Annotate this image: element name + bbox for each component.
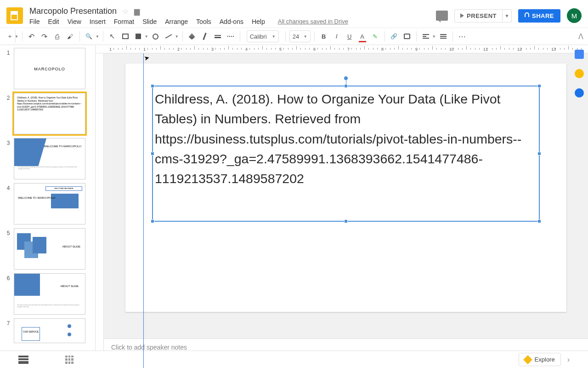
rotate-handle[interactable]: [344, 76, 348, 80]
slide-text-content[interactable]: Childress, A. (2018). How to Organize Yo…: [153, 86, 539, 192]
slide-thumbnail-2[interactable]: Childress, A. (2018). How to Organize Yo…: [14, 93, 85, 134]
save-status[interactable]: All changes saved in Drive: [278, 18, 348, 25]
line-spacing-button[interactable]: [438, 30, 449, 43]
image-tool[interactable]: [133, 30, 144, 43]
insert-link-button[interactable]: [389, 30, 400, 43]
menu-help[interactable]: Help: [252, 18, 265, 25]
slide-thumbnail-1[interactable]: MARCOPOLO: [14, 48, 85, 89]
canvas-area: 112345678910111213 0.50 ➤ Childress, A. …: [96, 45, 588, 368]
menu-addons[interactable]: Add-ons: [220, 18, 243, 25]
fill-color-button[interactable]: [187, 30, 198, 43]
filmstrip-view-icon[interactable]: [18, 356, 28, 364]
slide-thumbnail-4[interactable]: WELCOME MESSAGE WELCOME TO MARCOPOLO: [14, 183, 85, 224]
app-header: Marcopolo Presentation ☆ ▆ File Edit Vie…: [0, 0, 588, 28]
thumb-number: 7: [3, 318, 14, 343]
resize-handle-tm[interactable]: [344, 84, 348, 88]
explore-button[interactable]: Explore: [519, 353, 561, 366]
grid-view-icon[interactable]: [65, 356, 74, 364]
menu-insert[interactable]: Insert: [90, 18, 106, 25]
font-select[interactable]: Calibri▼: [247, 30, 279, 42]
underline-button[interactable]: U: [344, 30, 355, 43]
title-area: Marcopolo Presentation ☆ ▆ File Edit Vie…: [29, 6, 436, 25]
insert-comment-button[interactable]: [401, 30, 413, 43]
hide-sidepanel-icon[interactable]: ›: [567, 356, 570, 364]
lock-icon: [525, 12, 529, 17]
align-button[interactable]: [420, 30, 431, 43]
slide-filmstrip[interactable]: 1 MARCOPOLO 2 Childress, A. (2018). How …: [0, 45, 96, 368]
select-tool[interactable]: [107, 30, 118, 43]
resize-handle-br[interactable]: [537, 219, 541, 223]
slide-thumbnail-7[interactable]: OUR SERVICE: [14, 318, 85, 343]
thumb-number: 6: [3, 273, 14, 315]
star-icon[interactable]: ☆: [122, 7, 129, 16]
open-comments-icon[interactable]: [436, 11, 448, 21]
play-icon: [460, 13, 464, 18]
document-title[interactable]: Marcopolo Presentation: [29, 6, 117, 16]
tasks-icon[interactable]: [575, 88, 584, 98]
menu-view[interactable]: View: [68, 18, 81, 25]
menu-bar: File Edit View Insert Format Slide Arran…: [29, 18, 436, 25]
thumb-number: 4: [3, 183, 14, 224]
shape-tool[interactable]: [150, 30, 161, 43]
thumb-number: 5: [3, 228, 14, 270]
thumb-number: 3: [3, 138, 14, 179]
slide-canvas[interactable]: Childress, A. (2018). How to Organize Yo…: [125, 63, 566, 312]
border-weight-button[interactable]: [212, 30, 223, 43]
redo-button[interactable]: [39, 30, 50, 43]
line-tool[interactable]: [163, 30, 174, 43]
toolbar: ＋ ▼ ▼ ▼ ▼ Calibri▼ 24▼ B I U A ✎ ▼ ᐱ: [0, 28, 588, 45]
slide-thumbnail-6[interactable]: ABOUT SLIDE The about section item descr…: [14, 273, 85, 315]
vertical-ruler[interactable]: [96, 53, 104, 368]
collapse-toolbar-icon[interactable]: ᐱ: [578, 32, 583, 41]
side-panel: [571, 45, 588, 98]
text-color-button[interactable]: A: [357, 30, 368, 43]
textbox-tool[interactable]: [120, 30, 131, 43]
footer-bar: Explore ›: [0, 351, 588, 368]
explore-icon: [523, 355, 532, 364]
menu-edit[interactable]: Edit: [48, 18, 59, 25]
paint-format-button[interactable]: [65, 30, 76, 43]
border-color-button[interactable]: [199, 30, 210, 43]
horizontal-ruler[interactable]: 112345678910111213: [96, 45, 588, 53]
present-button[interactable]: PRESENT: [454, 9, 503, 23]
menu-tools[interactable]: Tools: [196, 18, 211, 25]
move-folder-icon[interactable]: ▆: [134, 7, 140, 16]
selected-textbox[interactable]: Childress, A. (2018). How to Organize Yo…: [152, 86, 540, 222]
highlight-color-button[interactable]: ✎: [370, 30, 381, 43]
border-dash-button[interactable]: [225, 30, 236, 43]
zoom-button[interactable]: [84, 30, 95, 43]
menu-file[interactable]: File: [29, 18, 40, 25]
cursor-icon: ➤: [143, 54, 151, 63]
more-toolbar-button[interactable]: [457, 30, 468, 43]
resize-handle-bm[interactable]: [344, 219, 348, 223]
present-dropdown[interactable]: ▼: [503, 9, 512, 23]
print-button[interactable]: [52, 30, 63, 43]
resize-handle-mr[interactable]: [537, 152, 541, 155]
image-dropdown[interactable]: ▼: [145, 34, 148, 39]
slide-thumbnail-3[interactable]: WELCOME TO MARCOPOLO The about section t…: [14, 138, 85, 179]
resize-handle-tr[interactable]: [537, 84, 541, 88]
align-dropdown[interactable]: ▼: [432, 34, 436, 39]
calendar-icon[interactable]: [575, 50, 584, 59]
undo-button[interactable]: [26, 30, 37, 43]
keep-icon[interactable]: [575, 69, 584, 78]
vertical-guide[interactable]: [143, 53, 144, 368]
menu-slide[interactable]: Slide: [142, 18, 157, 25]
line-dropdown[interactable]: ▼: [175, 34, 179, 39]
italic-button[interactable]: I: [331, 30, 342, 43]
resize-handle-tl[interactable]: [151, 84, 154, 88]
zoom-dropdown[interactable]: ▼: [96, 34, 99, 39]
bold-button[interactable]: B: [318, 30, 329, 43]
resize-handle-bl[interactable]: [151, 219, 154, 223]
thumb-number: 2: [3, 93, 14, 134]
resize-handle-ml[interactable]: [151, 152, 154, 155]
slide-thumbnail-5[interactable]: ABOUT SLIDE: [14, 228, 85, 270]
share-button[interactable]: SHARE: [518, 9, 560, 23]
font-size-select[interactable]: 24▼: [289, 30, 311, 42]
menu-arrange[interactable]: Arrange: [165, 18, 188, 25]
menu-format[interactable]: Format: [114, 18, 134, 25]
thumb-number: 1: [3, 48, 14, 89]
slides-logo-icon[interactable]: [6, 7, 23, 24]
new-slide-button[interactable]: ＋: [5, 30, 16, 43]
account-avatar[interactable]: M: [567, 8, 582, 23]
